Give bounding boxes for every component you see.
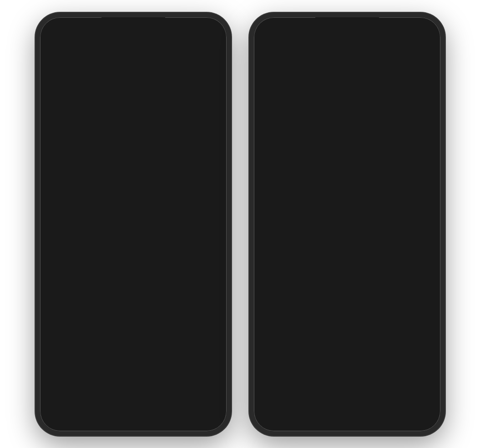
exif-iso: ISO 50: [51, 352, 69, 359]
delete-button[interactable]: [198, 409, 209, 420]
siri-knowledge-header: Siri Knowledge Show More: [261, 258, 433, 269]
jpeg-badge: JPEG: [179, 313, 198, 320]
home-bar-right: [320, 425, 374, 428]
cloud-icon: ☁: [49, 287, 56, 296]
svg-point-1: [206, 316, 208, 317]
meta-section: Monday • May 30, 2022 • 9:23 AM Adjust ☁…: [40, 271, 227, 302]
exif-shutter: 1/181 s: [196, 352, 216, 359]
lookup-chevron: ›: [126, 252, 128, 260]
close-button[interactable]: ✕: [419, 237, 431, 250]
hardy-thumbnail: [268, 340, 291, 363]
camera-specs: Wide Camera — 26 mm ƒ1.5: [55, 323, 212, 330]
caption-area[interactable]: Add a Caption: [40, 217, 227, 242]
fuchsia-source: Wikipedia: [297, 313, 419, 319]
lookup-indicator-dot: [352, 138, 355, 142]
similar-image-4[interactable]: [391, 398, 433, 431]
vibrant-badge: VIBRANT: [183, 332, 212, 339]
photo-display: [40, 17, 227, 217]
page-indicator: [132, 209, 135, 212]
lookup-label: Look Up – Plant ›: [71, 252, 128, 260]
fuchsia-description: Fuchsia is a genus of flowering plants t…: [297, 287, 419, 312]
fuchsia-name: Fuchsia: [297, 278, 419, 286]
lookup-row[interactable]: Look Up – Plant ›: [40, 242, 227, 271]
left-phone: Add a Caption Look Up – Plant › Monday: [35, 13, 231, 436]
favorite-button[interactable]: [104, 409, 115, 420]
file-specs: 12 MP • 3024 × 4032 • 3.5 MB VIBRANT: [55, 332, 212, 339]
exif-aperture: ƒ1.5: [163, 352, 174, 359]
siri-knowledge-title: Siri Knowledge: [261, 258, 327, 269]
page-indicator-right: [346, 218, 349, 221]
results-header: Results ✕: [254, 232, 440, 254]
fuchsia-chevron: ›: [424, 294, 426, 302]
show-more-button[interactable]: Show More: [399, 260, 433, 267]
knowledge-card: Fuchsia Fuchsia is a genus of flowering …: [261, 272, 433, 378]
hardy-name: Hardy fuchsia: [297, 331, 419, 339]
photo-date: Monday • May 30, 2022 • 9:23 AM: [49, 277, 152, 285]
results-content: Siri Knowledge Show More Fuchsia Fuchsia…: [254, 254, 440, 431]
caption-placeholder: Add a Caption: [49, 225, 98, 233]
filename-row: ☁ IMG_4241: [49, 287, 217, 296]
right-photo-display: [254, 17, 440, 227]
visual-lookup-button[interactable]: [341, 107, 370, 136]
knowledge-item-fuchsia[interactable]: Fuchsia Fuchsia is a genus of flowering …: [261, 272, 433, 326]
fuchsia-text: Fuchsia Fuchsia is a genus of flowering …: [297, 278, 419, 320]
info-button[interactable]: i: [151, 408, 162, 420]
hardy-source: Wikipedia: [297, 366, 419, 372]
exif-row: ISO 50 26 mm 0 ev ƒ1.5 1/181 s: [45, 348, 221, 362]
svg-rect-4: [156, 414, 157, 417]
device-section: Apple iPhone 13 Pro JPEG Wide Camera — 2…: [45, 307, 221, 344]
hardy-description: Fuchsia magellanica, commonly known as t…: [297, 340, 419, 365]
map-section[interactable]: [45, 367, 221, 403]
knowledge-item-hardy[interactable]: Hardy fuchsia Fuchsia magellanica, commo…: [261, 325, 433, 378]
filename: IMG_4241: [59, 287, 91, 295]
similar-image-1[interactable]: [261, 398, 303, 431]
device-name: Apple iPhone 13 Pro: [55, 312, 117, 320]
results-panel: Results ✕ Siri Knowledge Show More: [254, 227, 440, 431]
adjust-button[interactable]: Adjust: [198, 277, 217, 285]
results-title: Results: [263, 239, 291, 248]
right-phone: Results ✕ Siri Knowledge Show More: [249, 13, 445, 436]
geo-icon: [202, 312, 212, 322]
toolbar: i: [40, 403, 227, 431]
lookup-icon: [49, 248, 66, 264]
similar-images-header: Similar Web Images: [261, 384, 433, 395]
similar-images-title: Similar Web Images: [261, 384, 347, 394]
photo-info-section: Add a Caption Look Up – Plant ›: [40, 217, 227, 271]
hardy-chevron: ›: [424, 347, 426, 356]
svg-point-7: [354, 119, 358, 122]
svg-point-3: [156, 412, 157, 413]
exif-mm: 26 mm: [91, 352, 109, 359]
hardy-text: Hardy fuchsia Fuchsia magellanica, commo…: [297, 331, 419, 372]
share-button[interactable]: [58, 409, 69, 420]
exif-ev: 0 ev: [130, 352, 141, 359]
fuchsia-thumbnail: [268, 287, 291, 310]
